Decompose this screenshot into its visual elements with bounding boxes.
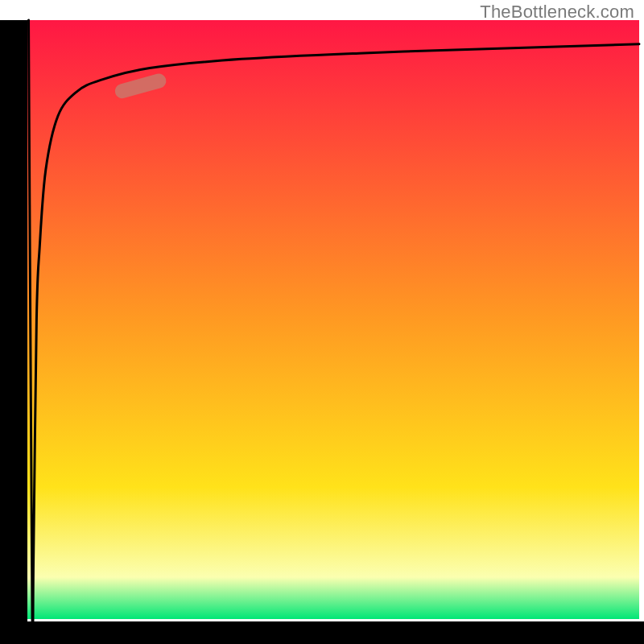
chart-stage: TheBottleneck.com — [0, 0, 644, 644]
x-axis-bar — [0, 621, 644, 644]
plot-background — [27, 20, 639, 619]
chart-svg — [0, 0, 644, 644]
y-axis-bar — [0, 20, 27, 644]
